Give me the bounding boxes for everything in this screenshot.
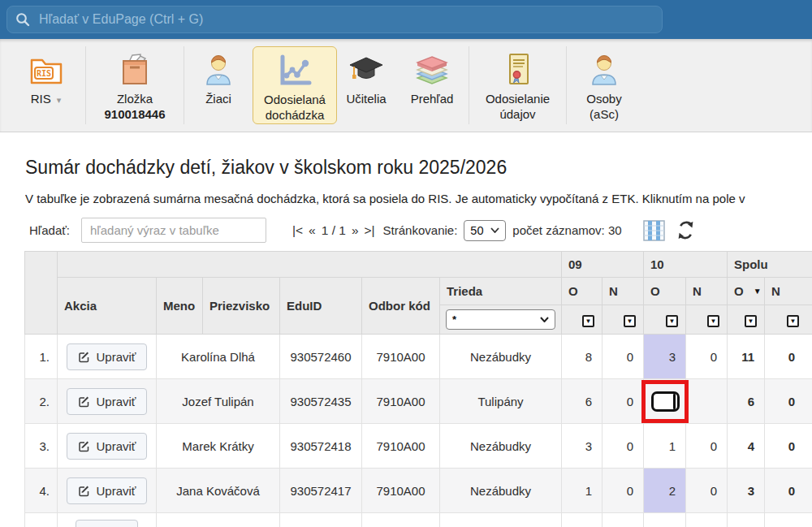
filter-dropdown-icon[interactable]: ▼ [745, 315, 757, 327]
toolbar-item-osoby-asc[interactable]: Osoby (aSc) [567, 46, 641, 124]
cell-eduid: 930572460 [280, 335, 362, 379]
column-header-akcia: Akcia [58, 278, 157, 335]
annotation-highlight-box [641, 380, 689, 423]
cell-name[interactable]: Marek Krátky [157, 424, 280, 469]
filter-cell-spolu-o: ▼ [728, 305, 765, 335]
edit-button[interactable]: Upraviť [67, 477, 148, 504]
trieda-filter-select[interactable]: * [446, 309, 555, 330]
cell-09-n[interactable]: 0 [603, 424, 644, 469]
toolbar-label-odosielana: Odosielaná [264, 93, 326, 106]
toolbar-item-ris[interactable]: RIS RIS▾ [6, 46, 85, 124]
column-header-10-n[interactable]: N [686, 278, 728, 305]
edit-button[interactable]: Upraviť [76, 520, 138, 527]
toolbar-label-osoby: Osoby [586, 92, 621, 106]
table-row: 3. Upraviť Marek Krátky 930572418 7910A0… [25, 424, 812, 469]
cell-eduid: 930572435 [280, 379, 362, 424]
cell-trieda: Nezábudky [440, 424, 562, 469]
toolbar-label-udajov: údajov [499, 107, 535, 121]
column-header-10-o[interactable]: O [644, 278, 686, 305]
pager-prev-button[interactable]: « [309, 223, 316, 238]
pager-last-button[interactable]: >| [365, 223, 375, 238]
table-row: 2. Upraviť Jozef Tulipán 930572435 7910A… [25, 379, 812, 424]
global-search[interactable] [6, 6, 663, 33]
cell-10-n[interactable]: 0 [686, 335, 728, 379]
toolbar-label-ris: RIS [31, 92, 51, 106]
cell-trieda: Nezábudky [440, 335, 562, 379]
filter-dropdown-icon[interactable]: ▼ [787, 315, 799, 327]
global-search-input[interactable] [39, 12, 654, 27]
toolbar-item-ziaci[interactable]: Žiaci [184, 46, 253, 124]
edit-button-label: Upraviť [97, 484, 136, 498]
edit-button[interactable]: Upraviť [67, 343, 148, 370]
filter-dropdown-icon[interactable]: ▼ [624, 315, 636, 327]
column-header-spolu-o[interactable]: O▼ [728, 278, 765, 305]
pager-first-button[interactable]: |< [292, 223, 303, 238]
toolbar-item-odosielanie-udajov[interactable]: Odosielanie údajov [469, 46, 566, 124]
empty-input-widget[interactable] [651, 391, 680, 412]
month-group-10: 10 [644, 252, 728, 278]
cell-09-n[interactable]: 0 [603, 469, 644, 513]
toolbar: RIS RIS▾ Zložka 910018446 [0, 39, 812, 132]
page-size-select[interactable]: 50 [464, 220, 506, 241]
toolbar-label-ucitelia: Učitelia [346, 92, 386, 106]
toolbar-item-prehlad[interactable]: Prehľad [395, 46, 469, 124]
cell-10-o[interactable]: 2 [644, 469, 686, 513]
chevron-down-icon [540, 317, 549, 322]
row-number: 3. [25, 424, 58, 469]
filter-dropdown-icon[interactable]: ▼ [666, 315, 678, 327]
chevron-down-icon: ▾ [57, 95, 62, 105]
cell-09-n[interactable]: 0 [603, 335, 644, 379]
refresh-icon[interactable] [676, 220, 696, 240]
top-bar [0, 0, 812, 39]
cell-odbor: 7910A00 [362, 424, 440, 469]
student-person-icon [205, 49, 232, 91]
cell-10-o-annotated[interactable] [644, 379, 686, 424]
trieda-filter-cell: * [440, 305, 562, 335]
cell-spolu-n: 0 [765, 379, 812, 424]
cell-name[interactable]: Karolína Dlhá [157, 335, 280, 379]
cell-09-n[interactable]: 0 [603, 379, 644, 424]
cell-name[interactable]: Jozef Tulipán [157, 379, 280, 424]
column-header-09-o[interactable]: O [562, 278, 603, 305]
cell-trieda: Nezábudky [440, 469, 562, 513]
cell-09-o[interactable]: 3 [562, 424, 603, 469]
edit-button[interactable]: Upraviť [67, 433, 148, 460]
cell-name[interactable]: Jana Kováčová [157, 469, 280, 513]
cell-eduid: 930572418 [280, 424, 362, 469]
cell-10-n[interactable]: 0 [686, 424, 728, 469]
cell-10-n[interactable]: 0 [686, 469, 728, 513]
person-icon [590, 49, 618, 91]
table-search-input[interactable] [81, 218, 266, 243]
cell-spolu-o: 11 [728, 335, 765, 379]
attendance-table: 09 10 Spolu Akcia Meno Priezvisko EduID … [24, 251, 812, 527]
sort-desc-icon: ▼ [754, 287, 762, 296]
column-header-09-n[interactable]: N [603, 278, 644, 305]
row-number: 2. [25, 379, 58, 424]
group-spolu: Spolu [728, 252, 812, 278]
column-header-odbor-kod: Odbor kód [362, 278, 440, 335]
toolbar-item-zlozka[interactable]: Zložka 910018446 [86, 46, 184, 124]
cell-spolu-o: 6 [728, 379, 765, 424]
columns-settings-icon[interactable] [643, 219, 665, 242]
cell-09-o[interactable]: 1 [562, 469, 603, 513]
toolbar-item-odosielana-dochadzka[interactable]: Odosielaná dochádzka [253, 46, 337, 124]
edit-button[interactable]: Upraviť [67, 388, 148, 415]
cell-10-o[interactable]: 3 [644, 335, 686, 379]
column-header-spolu-n[interactable]: N [765, 278, 812, 305]
cell-10-o[interactable]: 1 [644, 424, 686, 469]
pager-next-button[interactable]: » [352, 223, 359, 238]
edit-icon [78, 351, 90, 363]
cell-09-o[interactable]: 8 [562, 335, 603, 379]
cell-odbor: 7910A00 [362, 469, 440, 513]
archive-box-icon [116, 49, 153, 91]
cell-trieda: Tulipány [440, 379, 562, 424]
cell-09-o[interactable]: 6 [562, 379, 603, 424]
search-label: Hľadať: [29, 223, 70, 237]
column-header-eduid: EduID [280, 278, 362, 335]
filter-dropdown-icon[interactable]: ▼ [582, 315, 594, 327]
toolbar-item-ucitelia[interactable]: Učitelia [337, 46, 395, 124]
filter-dropdown-icon[interactable]: ▼ [707, 315, 719, 327]
cell-10-n[interactable] [686, 379, 728, 424]
filter-cell-09-o: ▼ [562, 305, 603, 335]
filter-cell-10-o: ▼ [644, 305, 686, 335]
